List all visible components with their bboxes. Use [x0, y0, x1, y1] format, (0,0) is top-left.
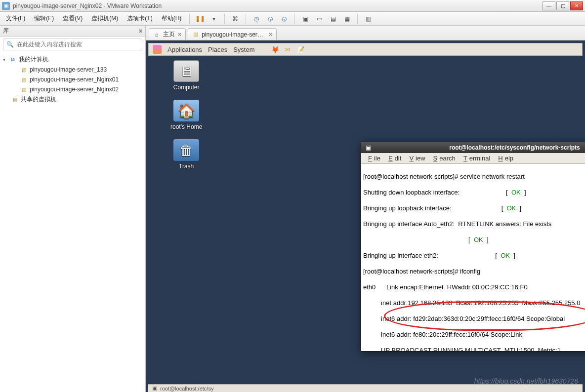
terminal-window[interactable]: ▣ root@localhost:/etc/sysconfig/network-… [361, 142, 585, 352]
menu-tabs[interactable]: 选项卡(T) [124, 13, 155, 24]
multimon-icon[interactable]: ▦ [341, 13, 352, 24]
menubar: 文件(F) 编辑(E) 查看(V) 虚拟机(M) 选项卡(T) 帮助(H) ❚❚… [0, 12, 585, 26]
home-icon: ⌂ [153, 31, 160, 38]
desktop-computer[interactable]: 🖥 Computer [173, 60, 200, 91]
term-line: [root@localhost network-scripts]# servic… [363, 173, 585, 181]
tab-vm-nginx02[interactable]: ▧ pinyougou-image-server... × [188, 28, 277, 40]
desktop-home[interactable]: 🏠 root's Home [170, 100, 202, 130]
desktop-icons: 🖥 Computer 🏠 root's Home 🗑 Trash [170, 60, 202, 170]
library-tree: ▾ 🖥 我的计算机 ▧ pinyougou-image-server_133 ▧… [0, 52, 145, 107]
menu-view[interactable]: 查看(V) [60, 13, 85, 24]
tab-home[interactable]: ⌂ 主页 × [149, 28, 186, 40]
term-line: inet addr:192.168.25.133 Bcast:192.168.2… [363, 299, 585, 307]
tree-label: 共享的虚拟机 [21, 95, 56, 104]
term-line: eth0 Link encap:Ethernet HWaddr 00:0C:29… [363, 283, 585, 291]
revert-icon[interactable]: ◵ [279, 13, 290, 24]
vm-icon: ▧ [192, 31, 199, 38]
term-line: Bringing up interface Auto_eth2: RTNETLI… [363, 220, 585, 228]
tab-label: 主页 [163, 30, 175, 39]
tree-vm-nginx01[interactable]: ▧ pinyougou-image-server_Nginx01 [0, 75, 145, 84]
search-input[interactable] [17, 41, 139, 48]
fullscreen-icon[interactable]: ▣ [300, 13, 311, 24]
tree-label: pinyougou-image-server_Nginx01 [30, 76, 119, 83]
pause-icon[interactable]: ❚❚ [195, 13, 206, 24]
tab-close-icon[interactable]: × [269, 31, 272, 38]
term-line: [ OK ] [363, 236, 585, 244]
separator [224, 14, 225, 24]
tree-label: pinyougou-image-server_133 [30, 66, 107, 73]
taskbar-terminal-icon[interactable]: ▣ [152, 385, 157, 392]
term-line: Bringing up loopback interface: [ OK ] [363, 204, 585, 212]
term-menu-terminal[interactable]: Terminal [460, 155, 493, 162]
vm-guest-desktop[interactable]: Applications Places System 🦊 ✉ 📝 🖥 Compu… [146, 40, 585, 392]
search-icon: 🔍 [6, 41, 14, 48]
taskbar-item-label[interactable]: root@localhost:/etc/sy [160, 386, 213, 392]
tree-root-my-computer[interactable]: ▾ 🖥 我的计算机 [0, 54, 145, 65]
tab-label: pinyougou-image-server... [202, 31, 266, 38]
firefox-icon[interactable]: 🦊 [271, 46, 279, 53]
computer-icon: 🖥 [173, 60, 199, 82]
gnome-taskbar[interactable]: ▣ root@localhost:/etc/sy [148, 384, 583, 392]
library-close-icon[interactable]: × [139, 28, 142, 35]
mail-icon[interactable]: ✉ [285, 46, 291, 53]
terminal-titlebar[interactable]: ▣ root@localhost:/etc/sysconfig/network-… [361, 142, 585, 153]
library-toggle-icon[interactable]: ▥ [363, 13, 374, 24]
term-line: inet6 addr: fe80::20c:29ff:fecc:16f0/64 … [363, 331, 585, 339]
shared-icon: ▤ [11, 96, 19, 104]
computer-icon: 🖥 [9, 56, 17, 64]
menu-file[interactable]: 文件(F) [3, 13, 28, 24]
gnome-panel[interactable]: Applications Places System 🦊 ✉ 📝 [148, 43, 583, 56]
menu-edit[interactable]: 编辑(E) [31, 13, 57, 24]
tree-vm-133[interactable]: ▧ pinyougou-image-server_133 [0, 65, 145, 75]
vmware-icon: ▣ [2, 2, 10, 10]
library-sidebar: 库 × 🔍 ▾ 🖥 我的计算机 ▧ pinyougou-image-server… [0, 26, 146, 392]
library-header-label: 库 [3, 27, 9, 35]
icon-label: Computer [173, 84, 200, 91]
gnome-apps[interactable]: Applications [167, 46, 202, 53]
window-title: pinyougou-image-server_Nginx02 - VMware … [13, 2, 542, 9]
gnome-places[interactable]: Places [208, 46, 227, 53]
maximize-button[interactable]: ▢ [556, 1, 569, 10]
terminal-body[interactable]: [root@localhost network-scripts]# servic… [361, 164, 585, 351]
home-icon: 🏠 [173, 100, 199, 121]
tab-close-icon[interactable]: × [178, 31, 181, 38]
separator [357, 14, 358, 24]
unity-icon[interactable]: ▭ [314, 13, 325, 24]
separator [294, 14, 295, 24]
term-line: Bringing up interface eth2: [ OK ] [363, 252, 585, 260]
tree-vm-nginx02[interactable]: ▧ pinyougou-image-server_Nginx02 [0, 84, 145, 94]
term-line: inet6 addr: fd29:2dab:363d:0:20c:29ff:fe… [363, 315, 585, 323]
snapshot-icon[interactable]: ◷ [251, 13, 262, 24]
term-menu-edit[interactable]: Edit [384, 155, 403, 162]
notes-icon[interactable]: 📝 [296, 46, 304, 53]
minimize-button[interactable]: — [543, 1, 555, 10]
separator [246, 14, 246, 24]
vm-icon: ▧ [20, 85, 28, 93]
send-ctrl-alt-del-icon[interactable]: ⌘ [230, 13, 241, 24]
terminal-icon: ▣ [364, 144, 372, 152]
term-menu-search[interactable]: Search [429, 155, 458, 162]
gnome-system[interactable]: System [233, 46, 254, 53]
term-menu-help[interactable]: Help [494, 155, 515, 162]
tree-label: 我的计算机 [19, 55, 48, 64]
library-header: 库 × [0, 26, 145, 37]
thumbnail-icon[interactable]: ▤ [328, 13, 338, 24]
close-button[interactable]: ✕ [570, 1, 583, 10]
snapshot-manager-icon[interactable]: ◶ [265, 13, 276, 24]
terminal-menubar: File Edit View Search Terminal Help [361, 153, 585, 164]
vm-icon: ▧ [20, 66, 28, 74]
term-line: Shutting down loopback interface: [ OK ] [363, 189, 585, 196]
tree-label: pinyougou-image-server_Nginx02 [30, 86, 119, 93]
dropdown-icon[interactable]: ▾ [209, 13, 219, 24]
term-line: [root@localhost network-scripts]# ifconf… [363, 268, 585, 275]
vm-icon: ▧ [20, 76, 28, 83]
desktop-trash[interactable]: 🗑 Trash [173, 139, 199, 170]
tree-shared-vms[interactable]: ▤ 共享的虚拟机 [0, 94, 145, 105]
library-search[interactable]: 🔍 [3, 39, 142, 50]
menu-vm[interactable]: 虚拟机(M) [88, 13, 121, 24]
menu-help[interactable]: 帮助(H) [159, 13, 185, 24]
collapse-icon[interactable]: ▾ [3, 57, 9, 62]
term-menu-view[interactable]: View [405, 155, 427, 162]
term-menu-file[interactable]: File [364, 155, 382, 162]
separator [189, 14, 190, 24]
